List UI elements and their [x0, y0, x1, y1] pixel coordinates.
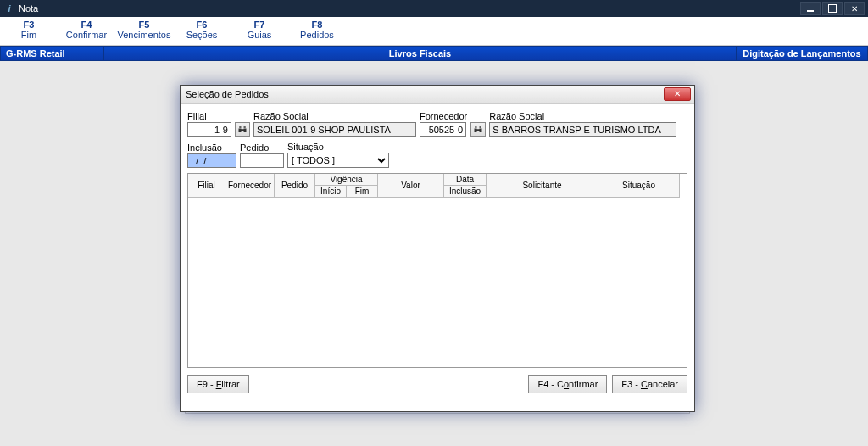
fkey-f8[interactable]: F8Pedidos [288, 17, 346, 45]
binoculars-icon [473, 125, 483, 135]
filter-row-1: Filial Razão Social Fornecedor Razão Soc… [187, 111, 687, 137]
razao-social-2-input [489, 122, 676, 137]
th-data-inclusao: Inclusão [444, 186, 486, 198]
close-button[interactable] [844, 2, 865, 15]
banner-left: G-RMS Retail [0, 46, 104, 61]
binoculars-icon [237, 125, 248, 135]
situacao-select[interactable]: [ TODOS ] [287, 153, 389, 168]
fkey-f3[interactable]: F3Fim [0, 17, 58, 45]
window-title: Nota [19, 3, 798, 14]
dialog-title-text: Seleção de Pedidos [186, 89, 269, 99]
table-body[interactable] [188, 198, 687, 368]
minimize-button[interactable] [800, 2, 821, 15]
th-filial[interactable]: Filial [188, 174, 225, 198]
app-icon: i [3, 3, 15, 14]
dialog-titlebar: Seleção de Pedidos ✕ [181, 86, 694, 104]
results-table: Filial Fornecedor Pedido Vigência Início… [187, 173, 687, 368]
confirmar-button[interactable]: F4 - Confirmar [528, 375, 607, 393]
filial-label: Filial [187, 111, 231, 121]
fornecedor-input[interactable] [420, 122, 466, 137]
dialog: Seleção de Pedidos ✕ Filial Razão Social… [180, 85, 695, 412]
th-valor[interactable]: Valor [378, 174, 444, 198]
th-situacao[interactable]: Situação [598, 174, 680, 198]
filtrar-button[interactable]: F9 - Filtrar [187, 375, 249, 393]
razao-social-1-label: Razão Social [253, 111, 416, 121]
maximize-button[interactable] [822, 2, 843, 15]
banner-center: Livros Fiscais [104, 46, 737, 61]
filter-row-2: Inclusão Pedido Situação [ TODOS ] [187, 142, 687, 168]
fornecedor-label: Fornecedor [420, 111, 467, 121]
fkey-f7[interactable]: F7Guias [231, 17, 288, 45]
function-key-bar: F3Fim F4Confirmar F5Vencimentos F6Seções… [0, 17, 868, 46]
filial-search-button[interactable] [235, 122, 250, 137]
dialog-close-button[interactable]: ✕ [664, 87, 691, 101]
th-data[interactable]: Data Inclusão [444, 174, 487, 198]
banner: G-RMS Retail Livros Fiscais Digitação de… [0, 46, 868, 61]
fkey-f6[interactable]: F6Seções [173, 17, 231, 45]
fornecedor-search-button[interactable] [470, 122, 486, 137]
titlebar: i Nota [0, 0, 868, 17]
th-vigencia-inicio: Início [315, 186, 347, 198]
fkey-f5[interactable]: F5Vencimentos [115, 17, 173, 45]
th-fornecedor[interactable]: Fornecedor [225, 174, 275, 198]
th-pedido[interactable]: Pedido [275, 174, 315, 198]
th-solicitante[interactable]: Solicitante [487, 174, 598, 198]
inclusao-input[interactable] [187, 153, 236, 168]
fkey-f4[interactable]: F4Confirmar [58, 17, 115, 45]
table-header: Filial Fornecedor Pedido Vigência Início… [188, 174, 687, 198]
razao-social-1-input [253, 122, 416, 137]
dialog-body: Filial Razão Social Fornecedor Razão Soc… [181, 104, 694, 375]
dialog-buttons: F9 - Filtrar F4 - Confirmar F3 - Cancela… [181, 375, 694, 400]
banner-right: Digitação de Lançamentos [737, 46, 868, 61]
cancelar-button[interactable]: F3 - Cancelar [612, 375, 687, 393]
th-vigencia[interactable]: Vigência Início Fim [315, 174, 378, 198]
th-vigencia-fim: Fim [347, 186, 377, 198]
inclusao-label: Inclusão [187, 142, 236, 153]
pedido-label: Pedido [240, 142, 284, 153]
filial-input[interactable] [187, 122, 231, 137]
window-controls [798, 2, 865, 15]
razao-social-2-label: Razão Social [489, 111, 676, 121]
pedido-input[interactable] [240, 153, 284, 168]
situacao-label: Situação [287, 142, 389, 152]
